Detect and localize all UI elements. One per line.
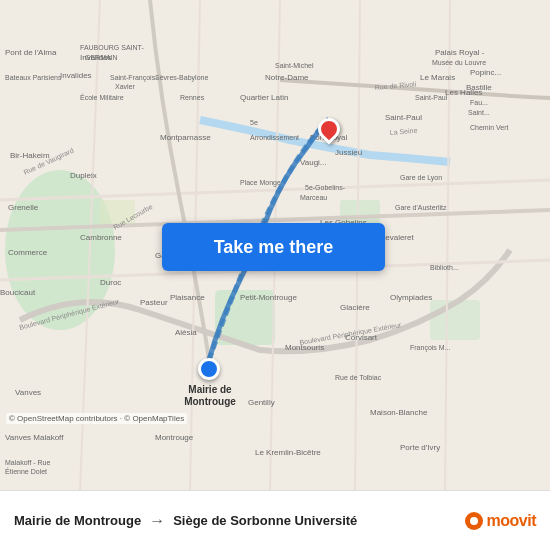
origin-marker — [198, 358, 220, 380]
svg-text:GERMAIN: GERMAIN — [85, 54, 118, 61]
svg-text:Pasteur: Pasteur — [140, 298, 168, 307]
moovit-text: moovit — [487, 512, 536, 530]
svg-text:Cambronne: Cambronne — [80, 233, 122, 242]
svg-text:Montsouris: Montsouris — [285, 343, 324, 352]
moovit-icon — [465, 512, 483, 530]
svg-text:Marceau: Marceau — [300, 194, 327, 201]
svg-text:Le Kremlin-Bicêtre: Le Kremlin-Bicêtre — [255, 448, 321, 457]
svg-text:Saint-Michel: Saint-Michel — [275, 62, 314, 69]
svg-text:Vanves: Vanves — [15, 388, 41, 397]
svg-text:Gare d'Austerlitz: Gare d'Austerlitz — [395, 204, 447, 211]
svg-text:Palais Royal -: Palais Royal - — [435, 48, 485, 57]
svg-text:Bastille: Bastille — [466, 83, 492, 92]
svg-text:Invalides: Invalides — [60, 71, 92, 80]
svg-text:Porte d'Ivry: Porte d'Ivry — [400, 443, 440, 452]
svg-text:Xavier: Xavier — [115, 83, 136, 90]
svg-text:Saint-Paul: Saint-Paul — [415, 94, 448, 101]
svg-text:Grenelle: Grenelle — [8, 203, 39, 212]
svg-text:Vanves Malakoff: Vanves Malakoff — [5, 433, 64, 442]
svg-text:Duroc: Duroc — [100, 278, 121, 287]
svg-text:Étienne Dolet: Étienne Dolet — [5, 467, 47, 475]
route-arrow-icon: → — [149, 512, 165, 530]
svg-text:Rennes: Rennes — [180, 94, 205, 101]
svg-text:5e: 5e — [250, 119, 258, 126]
svg-text:Place Monge: Place Monge — [240, 179, 281, 187]
svg-text:Sèvres-Babylone: Sèvres-Babylone — [155, 74, 208, 82]
svg-text:Alésia: Alésia — [175, 328, 197, 337]
svg-text:Chemin Vert: Chemin Vert — [470, 124, 509, 131]
svg-text:Arrondissement: Arrondissement — [250, 134, 299, 141]
origin-label: Mairie de Montrouge — [170, 384, 250, 408]
svg-text:Le Marais: Le Marais — [420, 73, 455, 82]
svg-text:François M...: François M... — [410, 344, 451, 352]
svg-text:Olympiades: Olympiades — [390, 293, 432, 302]
route-to: Siège de Sorbonne Université — [173, 513, 357, 528]
svg-text:Gare de Lyon: Gare de Lyon — [400, 174, 442, 182]
svg-text:Musée du Louvre: Musée du Louvre — [432, 59, 486, 66]
svg-text:Maison-Blanche: Maison-Blanche — [370, 408, 428, 417]
svg-text:Vaugi...: Vaugi... — [300, 158, 327, 167]
svg-text:Petit-Montrouge: Petit-Montrouge — [240, 293, 297, 302]
moovit-logo: moovit — [465, 512, 536, 530]
svg-text:Montrouge: Montrouge — [155, 433, 194, 442]
svg-text:5e-Gobelins-: 5e-Gobelins- — [305, 184, 346, 191]
svg-text:Montparnasse: Montparnasse — [160, 133, 211, 142]
svg-text:Biblioth...: Biblioth... — [430, 264, 459, 271]
map-copyright: © OpenStreetMap contributors · © OpenMap… — [6, 413, 187, 424]
svg-text:Bateaux Parisiens: Bateaux Parisiens — [5, 74, 62, 81]
svg-text:Fau...: Fau... — [470, 99, 488, 106]
svg-text:Commerce: Commerce — [8, 248, 48, 257]
svg-text:Dupleix: Dupleix — [70, 171, 97, 180]
svg-text:Saint-François-: Saint-François- — [110, 74, 158, 82]
svg-text:École Militaire: École Militaire — [80, 93, 124, 101]
svg-text:Corvisart: Corvisart — [345, 333, 378, 342]
svg-text:Saint-Paul: Saint-Paul — [385, 113, 422, 122]
svg-text:Saint...: Saint... — [468, 109, 490, 116]
svg-text:Malakoff - Rue: Malakoff - Rue — [5, 459, 50, 466]
svg-text:Pont de l'Alma: Pont de l'Alma — [5, 48, 57, 57]
take-me-there-button[interactable]: Take me there — [162, 223, 385, 271]
svg-text:Boucicaut: Boucicaut — [0, 288, 36, 297]
svg-text:Quartier Latin: Quartier Latin — [240, 93, 288, 102]
svg-text:Glacière: Glacière — [340, 303, 370, 312]
svg-text:Popinc...: Popinc... — [470, 68, 501, 77]
svg-text:Bir-Hakeim: Bir-Hakeim — [10, 151, 50, 160]
svg-text:Jussieu: Jussieu — [335, 148, 362, 157]
route-from: Mairie de Montrouge — [14, 513, 141, 528]
svg-text:Rue de Tolbiac: Rue de Tolbiac — [335, 374, 382, 381]
bottom-bar: Mairie de Montrouge → Siège de Sorbonne … — [0, 490, 550, 550]
map-container: Rue de Vaugirard Boulevard Périphérique … — [0, 0, 550, 490]
svg-text:Gentilly: Gentilly — [248, 398, 275, 407]
svg-text:Plaisance: Plaisance — [170, 293, 205, 302]
svg-text:Notre-Dame: Notre-Dame — [265, 73, 309, 82]
svg-text:FAUBOURG SAINT-: FAUBOURG SAINT- — [80, 44, 144, 51]
destination-marker — [318, 118, 340, 140]
